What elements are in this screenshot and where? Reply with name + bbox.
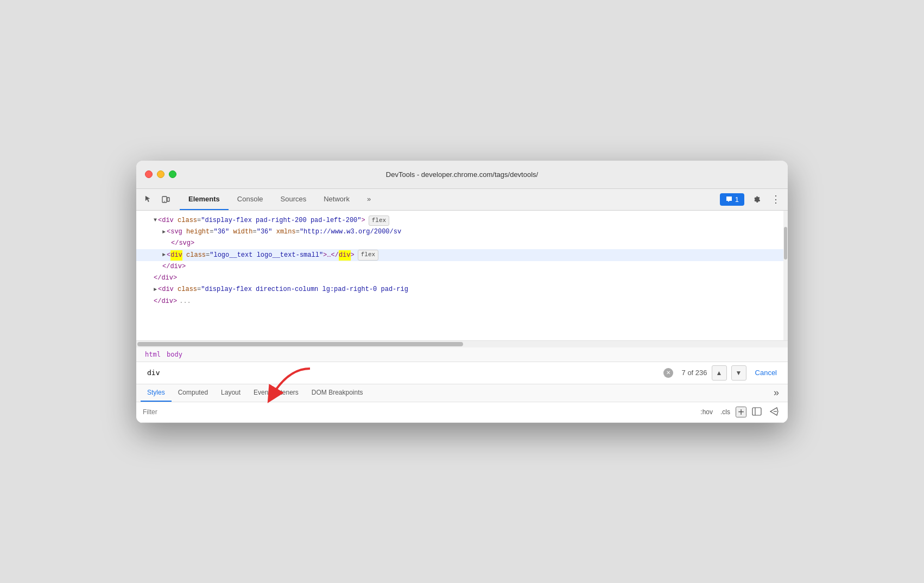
more-options-button[interactable]: ⋮: [768, 192, 783, 207]
code-line-7[interactable]: ► <div class = "display-flex direction-c…: [136, 284, 788, 295]
search-prev-button[interactable]: ▲: [712, 365, 727, 381]
search-count: 7 of 236: [682, 369, 707, 377]
chat-button[interactable]: 1: [720, 193, 744, 206]
svg-rect-3: [752, 408, 761, 415]
filter-input[interactable]: [143, 408, 694, 416]
code-line-4[interactable]: ► < div class = "logo__text logo__text-s…: [136, 249, 788, 261]
tab-elements[interactable]: Elements: [180, 188, 229, 210]
svg-rect-1: [167, 198, 169, 201]
code-line-6[interactable]: </div>: [136, 273, 788, 284]
minimize-button[interactable]: [157, 170, 164, 178]
search-input[interactable]: [143, 366, 663, 379]
tab-styles[interactable]: Styles: [141, 384, 172, 402]
toolbar-icons: [141, 192, 173, 207]
hov-button[interactable]: :hov: [698, 407, 715, 417]
title-bar: DevTools - developer.chrome.com/tags/dev…: [136, 161, 788, 189]
styles-tabs: Styles Computed Layout Event Listeners D…: [136, 384, 788, 402]
new-style-rule-button[interactable]: [767, 405, 781, 419]
filter-bar: :hov .cls +: [136, 402, 788, 423]
tab-network[interactable]: Network: [315, 188, 358, 210]
code-line-3[interactable]: </svg>: [136, 238, 788, 249]
toggle-sidebar-button[interactable]: [750, 405, 764, 419]
svg-point-2: [164, 201, 165, 202]
cancel-button[interactable]: Cancel: [751, 369, 781, 377]
styles-more-button[interactable]: »: [769, 385, 783, 401]
tab-event-listeners[interactable]: Event Listeners: [247, 384, 305, 402]
horizontal-scrollbar[interactable]: [136, 341, 788, 347]
inspect-element-button[interactable]: [141, 192, 156, 207]
search-next-button[interactable]: ▼: [731, 365, 746, 381]
search-bar: ✕ 7 of 236 ▲ ▼ Cancel: [136, 362, 788, 384]
code-line-1[interactable]: ▼ <div class = "display-flex pad-right-2…: [136, 215, 788, 227]
flex-badge-2: flex: [358, 250, 378, 261]
breadcrumb-html[interactable]: html: [145, 351, 161, 358]
search-input-wrapper: ✕: [143, 366, 678, 379]
devtools-window: DevTools - developer.chrome.com/tags/dev…: [136, 161, 788, 423]
flex-badge-1: flex: [369, 216, 389, 226]
tab-layout[interactable]: Layout: [214, 384, 247, 402]
expand-icon: ▼: [154, 216, 157, 225]
traffic-lights: [145, 170, 176, 178]
code-line-8[interactable]: </div> ...: [136, 296, 788, 307]
tab-computed[interactable]: Computed: [172, 384, 214, 402]
settings-button[interactable]: [749, 192, 764, 207]
vertical-scrollbar[interactable]: [783, 211, 788, 340]
tab-more[interactable]: »: [358, 188, 379, 210]
main-tabs: Elements Console Sources Network »: [180, 188, 720, 210]
breadcrumb-body[interactable]: body: [167, 351, 182, 358]
maximize-button[interactable]: [169, 170, 176, 178]
window-title: DevTools - developer.chrome.com/tags/dev…: [386, 170, 538, 179]
cls-button[interactable]: .cls: [718, 407, 732, 417]
tab-sources[interactable]: Sources: [272, 188, 315, 210]
scrollbar-thumb-h: [137, 342, 463, 346]
devtools-toolbar: Elements Console Sources Network » 1: [136, 189, 788, 211]
code-line-2[interactable]: ► <svg height = "36" width = "36" xmlns …: [136, 226, 788, 238]
close-button[interactable]: [145, 170, 153, 178]
breadcrumb-bar: html body: [136, 347, 788, 362]
search-clear-button[interactable]: ✕: [663, 368, 673, 378]
tab-dom-breakpoints[interactable]: DOM Breakpoints: [305, 384, 370, 402]
filter-actions: :hov .cls +: [698, 405, 781, 419]
styles-panel: Styles Computed Layout Event Listeners D…: [136, 384, 788, 423]
code-line-5[interactable]: </div>: [136, 261, 788, 273]
scrollbar-thumb-v: [784, 227, 787, 259]
add-style-button[interactable]: +: [736, 407, 746, 417]
tab-console[interactable]: Console: [229, 188, 272, 210]
device-mode-button[interactable]: [158, 192, 173, 207]
code-panel: ▼ <div class = "display-flex pad-right-2…: [136, 211, 788, 341]
toolbar-right: 1 ⋮: [720, 192, 783, 207]
